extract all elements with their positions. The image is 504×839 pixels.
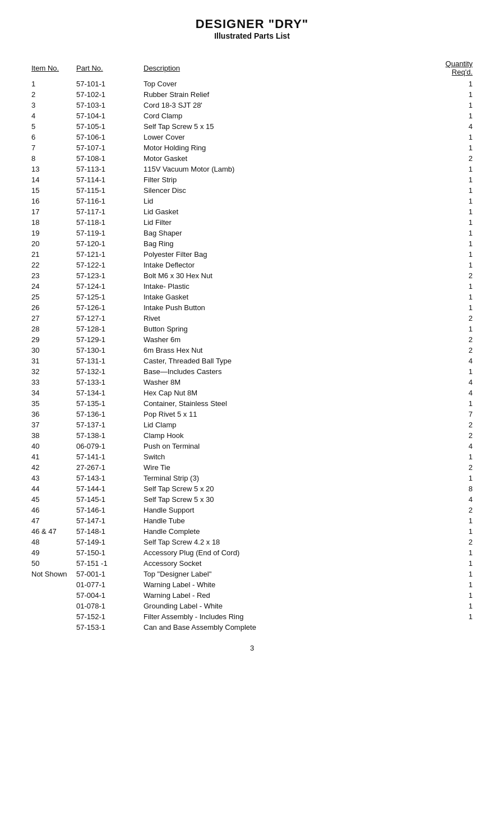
cell-description: Self Tap Screw 5 x 15	[140, 121, 431, 132]
cell-part: 57-106-1	[73, 132, 140, 142]
table-row: 2257-122-1Intake Deflector1	[28, 260, 476, 270]
cell-item: 14	[28, 174, 73, 185]
cell-item: 24	[28, 281, 73, 292]
cell-item: 2	[28, 89, 73, 100]
cell-description: Switch	[140, 451, 431, 462]
cell-quantity: 2	[431, 537, 476, 547]
cell-quantity: 4	[431, 494, 476, 505]
table-row: 1857-118-1Lid Filter1	[28, 217, 476, 228]
cell-description: Accessory Socket	[140, 558, 431, 569]
cell-item: 26	[28, 302, 73, 313]
cell-quantity: 1	[431, 217, 476, 228]
table-row: 3057-130-16m Brass Hex Nut2	[28, 345, 476, 356]
cell-description: Motor Holding Ring	[140, 142, 431, 153]
table-row: 757-107-1Motor Holding Ring1	[28, 142, 476, 153]
table-row: 5057-151 -1Accessory Socket1	[28, 558, 476, 569]
table-row: 1557-115-1Silencer Disc1	[28, 185, 476, 196]
cell-part: 27-267-1	[73, 462, 140, 473]
cell-part: 57-004-1	[73, 590, 140, 601]
table-row: 3257-132-1Base—Includes Casters1	[28, 366, 476, 377]
cell-part: 57-117-1	[73, 206, 140, 217]
table-row: 2657-126-1Intake Push Button1	[28, 302, 476, 313]
cell-description: Intake- Plastic	[140, 281, 431, 292]
cell-part: 57-128-1	[73, 324, 140, 334]
cell-part: 57-123-1	[73, 270, 140, 281]
table-row: 3657-136-1Pop Rivet 5 x 117	[28, 409, 476, 420]
cell-description: Filter Assembly - Includes Ring	[140, 611, 431, 622]
cell-part: 57-116-1	[73, 196, 140, 206]
cell-item: 35	[28, 398, 73, 409]
cell-part: 57-102-1	[73, 89, 140, 100]
cell-part: 57-152-1	[73, 611, 140, 622]
table-row: 3357-133-1Washer 8M4	[28, 377, 476, 388]
cell-description: Polyester Filter Bag	[140, 249, 431, 260]
table-row: 01-077-1Warning Label - White1	[28, 579, 476, 590]
cell-part: 57-131-1	[73, 356, 140, 366]
cell-part: 57-150-1	[73, 547, 140, 558]
table-row: 4757-147-1Handle Tube1	[28, 515, 476, 526]
table-row: 2757-127-1Rivet2	[28, 313, 476, 324]
cell-item	[28, 590, 73, 601]
cell-item: 15	[28, 185, 73, 196]
table-row: 3557-135-1Container, Stainless Steel1	[28, 398, 476, 409]
cell-quantity: 2	[431, 420, 476, 430]
cell-quantity: 1	[431, 260, 476, 270]
cell-quantity: 4	[431, 356, 476, 366]
cell-quantity: 4	[431, 441, 476, 451]
cell-quantity: 4	[431, 377, 476, 388]
cell-item: 4	[28, 110, 73, 121]
cell-description: Cord Clamp	[140, 110, 431, 121]
cell-item: 46 & 47	[28, 526, 73, 537]
cell-description: Bag Ring	[140, 238, 431, 249]
cell-quantity: 2	[431, 345, 476, 356]
page-footer: 3	[28, 644, 476, 652]
cell-description: Handle Complete	[140, 526, 431, 537]
table-row: 4457-144-1Self Tap Screw 5 x 208	[28, 483, 476, 494]
cell-description: Button Spring	[140, 324, 431, 334]
cell-part: 01-078-1	[73, 601, 140, 611]
cell-quantity: 1	[431, 590, 476, 601]
table-row: 4006-079-1Push on Terminal4	[28, 441, 476, 451]
cell-item: 48	[28, 537, 73, 547]
cell-description: 6m Brass Hex Nut	[140, 345, 431, 356]
cell-item: 17	[28, 206, 73, 217]
cell-description: Clamp Hook	[140, 430, 431, 441]
cell-quantity: 2	[431, 153, 476, 164]
cell-quantity: 1	[431, 79, 476, 89]
page-title: DESIGNER "DRY"	[28, 17, 476, 31]
cell-quantity: 1	[431, 292, 476, 302]
cell-item: 33	[28, 377, 73, 388]
table-row: 2057-120-1Bag Ring1	[28, 238, 476, 249]
cell-part: 57-104-1	[73, 110, 140, 121]
cell-quantity: 1	[431, 228, 476, 238]
table-row: 857-108-1Motor Gasket2	[28, 153, 476, 164]
cell-part: 57-149-1	[73, 537, 140, 547]
cell-description: Lid	[140, 196, 431, 206]
cell-part: 57-143-1	[73, 473, 140, 483]
cell-item: 21	[28, 249, 73, 260]
cell-quantity: 1	[431, 547, 476, 558]
cell-part: 01-077-1	[73, 579, 140, 590]
cell-description: Bag Shaper	[140, 228, 431, 238]
cell-quantity: 4	[431, 121, 476, 132]
cell-quantity: 1	[431, 174, 476, 185]
cell-description: Silencer Disc	[140, 185, 431, 196]
cell-part: 57-135-1	[73, 398, 140, 409]
cell-description: 115V Vacuum Motor (Lamb)	[140, 164, 431, 174]
page-number: 3	[250, 644, 254, 652]
cell-part: 57-119-1	[73, 228, 140, 238]
cell-quantity: 1	[431, 164, 476, 174]
cell-quantity: 1	[431, 142, 476, 153]
cell-item: 50	[28, 558, 73, 569]
cell-part: 57-103-1	[73, 100, 140, 110]
cell-part: 57-148-1	[73, 526, 140, 537]
cell-quantity: 7	[431, 409, 476, 420]
cell-description: Accessory Plug (End of Cord)	[140, 547, 431, 558]
table-row: 657-106-1Lower Cover1	[28, 132, 476, 142]
cell-quantity: 1	[431, 398, 476, 409]
cell-quantity: 1	[431, 526, 476, 537]
table-row: 4157-141-1Switch1	[28, 451, 476, 462]
cell-quantity: 1	[431, 451, 476, 462]
table-row: 357-103-1Cord 18-3 SJT 28'1	[28, 100, 476, 110]
cell-description: Warning Label - White	[140, 579, 431, 590]
